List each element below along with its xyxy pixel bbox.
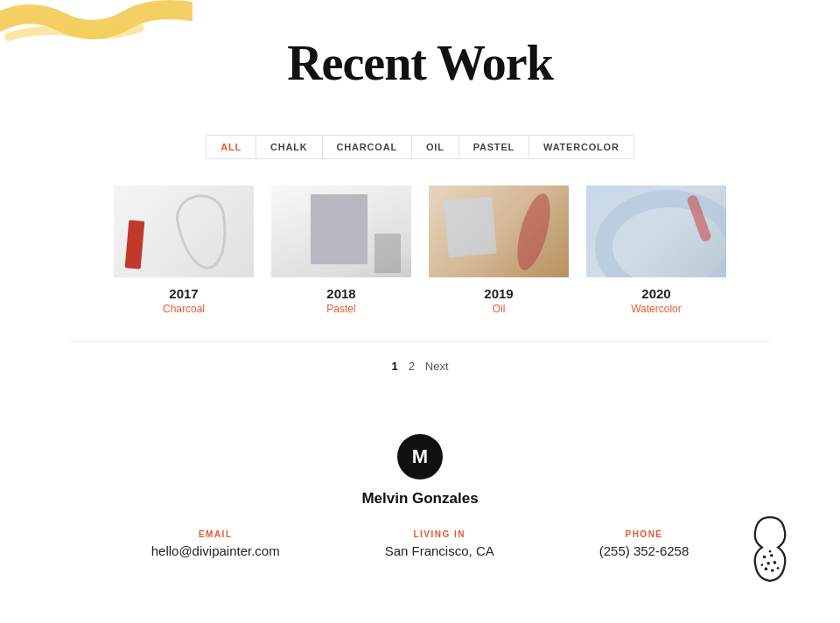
page-header: Recent Work <box>0 0 840 108</box>
gallery-year-2018: 2018 <box>326 286 355 301</box>
email-value: hello@divipainter.com <box>151 543 280 558</box>
email-label: EMAIL <box>199 529 233 539</box>
gallery-year-2020: 2020 <box>641 286 670 301</box>
gallery-item-2019[interactable]: 2019 Oil <box>429 186 569 315</box>
gallery-item-2020[interactable]: 2020 Watercolor <box>586 186 726 315</box>
contact-phone: PHONE (255) 352-6258 <box>599 529 690 558</box>
filter-chalk[interactable]: CHALK <box>256 136 323 158</box>
gallery-thumb-2017 <box>114 186 254 277</box>
filter-watercolor[interactable]: WATERCOLOR <box>529 136 634 158</box>
location-label: LIVING IN <box>413 529 466 539</box>
gallery-thumb-2020 <box>586 186 726 277</box>
gallery-thumb-2019 <box>429 186 569 277</box>
page-title: Recent Work <box>0 35 840 91</box>
phone-label: PHONE <box>625 529 662 539</box>
pagination: 1 2 Next <box>70 341 770 399</box>
footer: M Melvin Gonzales EMAIL hello@divipainte… <box>0 399 840 584</box>
filter-oil[interactable]: OIL <box>412 136 459 158</box>
page-1[interactable]: 1 <box>391 360 397 373</box>
gallery-category-2019: Oil <box>493 303 506 315</box>
contact-location: LIVING IN San Francisco, CA <box>385 529 494 558</box>
contact-grid: EMAIL hello@divipainter.com LIVING IN Sa… <box>0 529 840 558</box>
gallery-category-2020: Watercolor <box>631 303 682 315</box>
page-2[interactable]: 2 <box>409 360 415 373</box>
filter-bar: ALL CHALK CHARCOAL OIL PASTEL WATERCOLOR <box>206 135 634 159</box>
gallery-year-2017: 2017 <box>169 286 198 301</box>
page-wrapper: Recent Work ALL CHALK CHARCOAL OIL PASTE… <box>0 0 840 623</box>
gallery-category-2017: Charcoal <box>163 303 205 315</box>
gallery-item-2017[interactable]: 2017 Charcoal <box>114 186 254 315</box>
gallery-grid: 2017 Charcoal 2018 Pastel 2019 Oil 2020 … <box>0 159 840 324</box>
page-next[interactable]: Next <box>425 360 449 373</box>
filter-all[interactable]: ALL <box>206 136 256 158</box>
gallery-year-2019: 2019 <box>484 286 513 301</box>
contact-email: EMAIL hello@divipainter.com <box>151 529 280 558</box>
filter-charcoal[interactable]: CHARCOAL <box>323 136 412 158</box>
avatar-letter: M <box>412 445 428 468</box>
phone-value: (255) 352-6258 <box>599 543 690 558</box>
location-value: San Francisco, CA <box>385 543 494 558</box>
filter-pastel[interactable]: PASTEL <box>459 136 529 158</box>
gallery-category-2018: Pastel <box>326 303 355 315</box>
author-name: Melvin Gonzales <box>0 490 840 508</box>
gallery-thumb-2018 <box>271 186 411 277</box>
gallery-item-2018[interactable]: 2018 Pastel <box>271 186 411 315</box>
avatar: M <box>397 434 443 480</box>
